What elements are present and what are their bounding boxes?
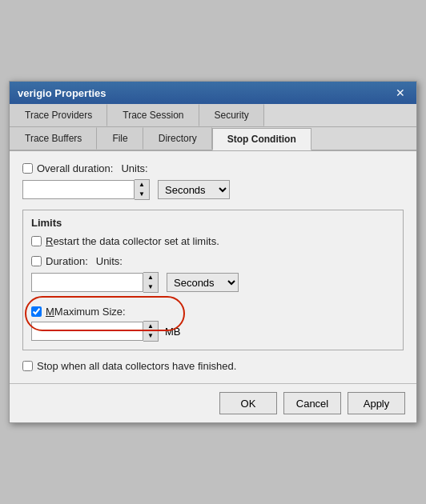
overall-duration-inputs: 0 ▲ ▼ Seconds <box>22 179 404 200</box>
restart-label: Restart the data collector set at limits… <box>46 235 219 247</box>
overall-duration-up[interactable]: ▲ <box>135 180 149 190</box>
overall-duration-units-select[interactable]: Seconds <box>158 180 230 199</box>
restart-checkbox[interactable] <box>31 236 42 246</box>
overall-duration-checkbox[interactable] <box>22 163 33 174</box>
max-size-spinner: ▲ ▼ <box>143 321 159 342</box>
limits-duration-input[interactable]: 0 <box>31 273 143 292</box>
overall-duration-spinner: ▲ ▼ <box>135 179 150 200</box>
limits-duration-up[interactable]: ▲ <box>143 273 158 282</box>
close-button[interactable]: ✕ <box>392 86 408 99</box>
properties-dialog: verigio Properties ✕ Trace Providers Tra… <box>9 81 417 423</box>
limits-duration-units-select[interactable]: Seconds <box>167 273 239 292</box>
tab-trace-buffers[interactable]: Trace Buffers <box>10 127 97 150</box>
limits-units-label: Units: <box>96 255 123 267</box>
tab-directory[interactable]: Directory <box>143 127 212 150</box>
limits-duration-spinner: ▲ ▼ <box>143 272 159 293</box>
limits-duration-row: Duration: Units: <box>31 255 395 267</box>
tab-trace-providers[interactable]: Trace Providers <box>10 104 107 126</box>
max-size-container: MMaximum Size: 1500 ▲ ▼ MB <box>31 302 181 342</box>
bottom-tab-row: Trace Buffers File Directory Stop Condit… <box>10 127 416 151</box>
limits-duration-label[interactable]: Duration: <box>31 255 88 267</box>
restart-row: Restart the data collector set at limits… <box>31 235 395 247</box>
tab-file[interactable]: File <box>97 127 143 150</box>
tab-trace-session[interactable]: Trace Session <box>107 104 199 126</box>
cancel-button[interactable]: Cancel <box>283 392 341 414</box>
limits-title: Limits <box>31 217 395 229</box>
limits-duration-label-text: Duration: <box>46 255 88 267</box>
limits-duration-checkbox[interactable] <box>31 256 42 266</box>
tab-content: Overall duration: Units: 0 ▲ ▼ Seconds L… <box>10 151 416 383</box>
overall-units-label: Units: <box>121 162 147 174</box>
restart-label-rest: estart the data collector set at limits. <box>53 235 219 247</box>
limits-duration-down[interactable]: ▼ <box>143 282 158 292</box>
overall-duration-label: Overall duration: <box>37 162 113 174</box>
overall-duration-checkbox-label[interactable]: Overall duration: <box>22 162 113 174</box>
max-size-down[interactable]: ▼ <box>143 331 158 341</box>
max-size-input[interactable]: 1500 <box>31 322 143 341</box>
max-size-up[interactable]: ▲ <box>143 322 158 331</box>
stop-when-row: Stop when all data collectors have finis… <box>22 360 404 372</box>
max-size-label: MMaximum Size: <box>46 306 126 318</box>
max-size-checkbox-label[interactable]: MMaximum Size: <box>31 306 151 318</box>
max-size-checkbox[interactable] <box>31 306 42 317</box>
limits-duration-inputs: 0 ▲ ▼ Seconds <box>31 272 395 293</box>
overall-duration-down[interactable]: ▼ <box>135 190 149 199</box>
limits-section: Limits Restart the data collector set at… <box>22 210 404 350</box>
overall-duration-row: Overall duration: Units: <box>22 162 404 174</box>
overall-duration-input[interactable]: 0 <box>22 180 135 199</box>
top-tab-row: Trace Providers Trace Session Security <box>10 104 416 127</box>
dialog-title: verigio Properties <box>18 87 106 99</box>
max-size-row: MMaximum Size: <box>31 306 181 318</box>
footer: OK Cancel Apply <box>10 383 416 422</box>
tab-stop-condition[interactable]: Stop Condition <box>212 128 311 150</box>
ok-button[interactable]: OK <box>219 392 277 414</box>
stop-when-label: Stop when all data collectors have finis… <box>37 360 236 372</box>
max-size-unit: MB <box>165 326 181 338</box>
tab-security[interactable]: Security <box>199 104 264 126</box>
max-size-input-row: 1500 ▲ ▼ MB <box>31 321 181 342</box>
title-bar: verigio Properties ✕ <box>10 82 416 104</box>
apply-button[interactable]: Apply <box>348 392 405 414</box>
restart-label-text: R <box>46 235 53 247</box>
stop-when-checkbox[interactable] <box>22 361 33 371</box>
